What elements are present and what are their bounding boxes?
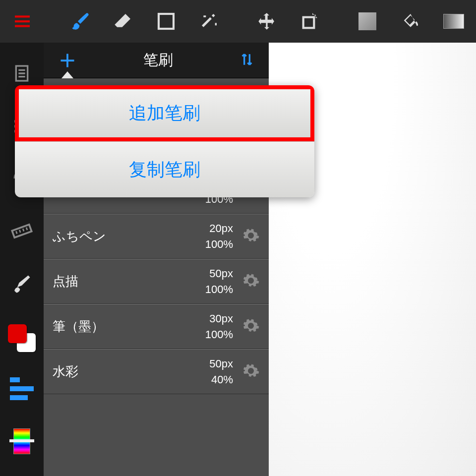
palette-panel-button[interactable] (7, 426, 37, 456)
brush-settings-button[interactable] (242, 362, 260, 382)
color-swatches-button[interactable] (7, 321, 37, 351)
add-brush-option[interactable]: 追加笔刷 (15, 85, 314, 141)
transform-icon (300, 11, 320, 31)
transform-tool-button[interactable] (294, 4, 327, 38)
duplicate-brush-option-label: 复制笔刷 (129, 158, 200, 182)
brush-size: 20px (209, 221, 233, 237)
brush-settings-button[interactable] (242, 272, 260, 292)
rainbow-icon (13, 428, 30, 454)
gradient-tool-button[interactable] (437, 4, 470, 38)
pen-panel-button[interactable] (7, 269, 37, 298)
brush-tool-button[interactable] (63, 4, 97, 38)
brush-row[interactable]: 筆（墨）30px100% (44, 304, 269, 349)
brush-name: 点描 (53, 273, 205, 290)
brush-size: 30px (209, 311, 233, 327)
brush-opacity: 100% (205, 237, 233, 252)
square-icon (156, 11, 176, 31)
brush-icon (70, 11, 90, 31)
brush-opacity: 100% (205, 327, 233, 343)
wand-icon (199, 11, 219, 31)
hamburger-icon (12, 11, 32, 31)
svg-rect-1 (303, 17, 314, 28)
brush-values: 20px100% (205, 221, 233, 252)
brush-settings-button[interactable] (242, 317, 260, 337)
eraser-tool-button[interactable] (107, 4, 140, 38)
move-tool-button[interactable] (250, 4, 284, 38)
move-icon (257, 11, 277, 31)
swatches-icon (8, 324, 36, 352)
plus-icon (59, 52, 76, 69)
brush-size: 50px (209, 266, 233, 282)
swatch-icon (358, 12, 376, 30)
svg-rect-0 (159, 14, 174, 29)
brush-opacity: 100% (205, 282, 233, 298)
add-brush-button[interactable] (58, 51, 77, 70)
add-brush-option-label: 追加笔刷 (129, 101, 200, 125)
brush-panel-header: 笔刷 (44, 43, 269, 78)
top-toolbar (0, 0, 476, 43)
gear-icon (242, 272, 260, 290)
color-swatch-button[interactable] (351, 4, 384, 38)
svg-rect-4 (12, 225, 31, 238)
brush-row[interactable]: ふちペン20px100% (44, 214, 269, 259)
sliders-icon (10, 377, 34, 400)
brush-name: 筆（墨） (53, 318, 205, 335)
shape-tool-button[interactable] (150, 4, 183, 38)
sort-brushes-button[interactable] (239, 52, 255, 69)
add-brush-popover: 追加笔刷 复制笔刷 (15, 85, 314, 197)
gear-icon (242, 227, 260, 244)
brush-row[interactable]: 点描50px100% (44, 259, 269, 304)
brush-settings-button[interactable] (242, 227, 260, 246)
brush-opacity: 40% (211, 372, 233, 388)
brush-panel-title: 笔刷 (143, 50, 173, 70)
brush-row[interactable]: 水彩50px40% (44, 349, 269, 394)
brush-values: 30px100% (205, 311, 233, 343)
gradient-icon (443, 14, 464, 29)
brush-values: 50px40% (209, 356, 233, 388)
ruler-icon (11, 220, 33, 242)
brush-name: ふちペン (53, 228, 205, 245)
duplicate-brush-option[interactable]: 复制笔刷 (15, 141, 314, 197)
ruler-panel-button[interactable] (7, 216, 37, 246)
eraser-icon (113, 11, 133, 31)
brush-size: 50px (209, 356, 233, 372)
document-panel-button[interactable] (7, 59, 37, 88)
magic-tool-button[interactable] (192, 4, 226, 38)
bucket-icon (401, 11, 420, 31)
fill-tool-button[interactable] (394, 4, 427, 38)
pen-nib-icon (11, 273, 33, 295)
document-icon (12, 63, 32, 83)
gear-icon (242, 362, 260, 380)
sliders-panel-button[interactable] (7, 374, 37, 404)
menu-button[interactable] (6, 4, 39, 38)
gear-icon (242, 317, 260, 335)
sort-icon (239, 52, 255, 67)
brush-values: 50px100% (205, 266, 233, 298)
brush-name: 水彩 (53, 363, 209, 380)
